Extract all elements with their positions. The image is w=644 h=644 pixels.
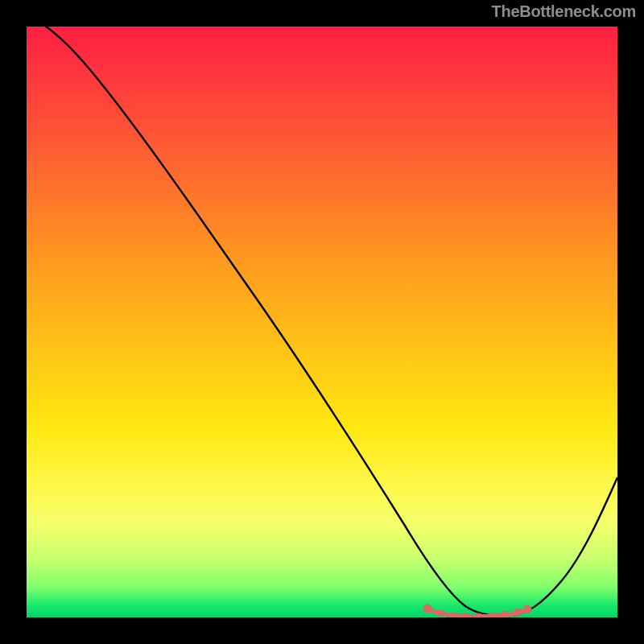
marker-dot xyxy=(514,609,521,615)
chart-svg xyxy=(27,27,617,617)
marker-dot xyxy=(423,605,431,613)
curve-line xyxy=(27,27,617,616)
marker-dot xyxy=(489,613,495,617)
marker-dot xyxy=(523,605,531,613)
chart-frame: TheBottleneck.com xyxy=(0,0,644,644)
marker-dot xyxy=(476,613,482,617)
plot-area xyxy=(27,27,617,617)
flat-region-markers xyxy=(423,605,531,617)
marker-dot xyxy=(463,613,469,617)
marker-dot xyxy=(502,611,508,617)
watermark-text: TheBottleneck.com xyxy=(492,3,636,19)
marker-dot xyxy=(450,613,456,617)
marker-dot xyxy=(437,610,444,617)
